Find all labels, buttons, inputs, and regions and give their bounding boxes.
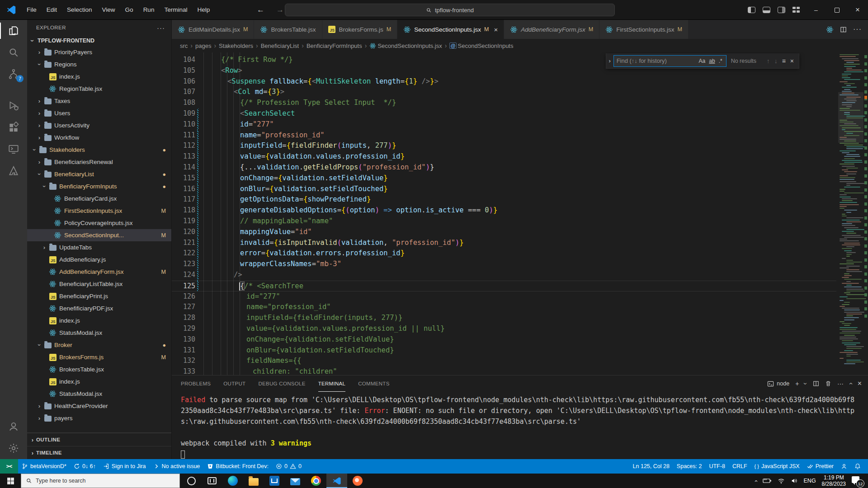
- maximize-button[interactable]: [826, 0, 847, 20]
- tree-item-payers[interactable]: ›payers: [27, 412, 171, 424]
- panel-tab-comments[interactable]: COMMENTS: [358, 375, 389, 392]
- menu-selection[interactable]: Selection: [62, 4, 97, 16]
- code-line-110[interactable]: 110id="277": [172, 119, 836, 130]
- status-cursor-position[interactable]: Ln 125, Col 28: [629, 459, 673, 474]
- status-notifications[interactable]: [851, 459, 864, 474]
- taskbar-app-vscode-icon[interactable]: [326, 474, 347, 488]
- language-indicator[interactable]: ENG: [804, 478, 816, 484]
- tree-item-beneficiarylisttable.jsx[interactable]: BeneficiaryListTable.jsx: [27, 278, 171, 290]
- breadcrumb-item-beneficiarylist[interactable]: BeneficiaryList: [261, 42, 299, 49]
- activity-search-icon[interactable]: [0, 42, 27, 63]
- tab-editmaindetails.jsx[interactable]: EditMainDetails.jsxM: [172, 20, 254, 39]
- panel-tab-debug-console[interactable]: DEBUG CONSOLE: [258, 375, 305, 392]
- battery-icon[interactable]: [763, 478, 772, 483]
- status-indentation[interactable]: Spaces: 2: [673, 459, 706, 474]
- tab-brokerstable.jsx[interactable]: BrokersTable.jsx: [254, 20, 322, 39]
- find-input[interactable]: [617, 57, 697, 64]
- tree-item-healthcareprovider[interactable]: ›HealthCareProvider: [27, 400, 171, 412]
- more-actions-icon[interactable]: ···: [853, 25, 862, 33]
- menu-help[interactable]: Help: [192, 4, 215, 16]
- tree-item-benefificiarypdf.jsx[interactable]: BenefificiaryPDF.jsx: [27, 302, 171, 314]
- code-line-132[interactable]: 132fieldNames={{: [172, 356, 836, 366]
- code-line-124[interactable]: 124/>: [172, 270, 836, 281]
- tree-item-regions[interactable]: ›Regions: [27, 58, 171, 70]
- tree-item-taxes[interactable]: ›Taxes: [27, 95, 171, 107]
- code-line-114[interactable]: 114{...validation.getFieldProps("profess…: [172, 162, 836, 173]
- show-hidden-icons-chevron[interactable]: ›: [752, 480, 759, 482]
- action-center-icon[interactable]: 12: [852, 475, 863, 486]
- toggle-replace-icon[interactable]: ›: [606, 53, 613, 68]
- activity-settings-icon[interactable]: [0, 437, 27, 459]
- code-line-131[interactable]: 131onBlur={validation.setFieldTouched}: [172, 345, 836, 356]
- tree-item-prioritypayers[interactable]: ›PriorityPayers: [27, 46, 171, 58]
- activity-explorer-icon[interactable]: [0, 20, 27, 42]
- tree-item-secondsectioninput...[interactable]: SecondSectionInput...M: [27, 229, 171, 241]
- status-encoding[interactable]: UTF-8: [705, 459, 728, 474]
- tab-addbeneficiaryform.jsx[interactable]: AddBeneficiaryForm.jsxM: [504, 20, 599, 39]
- clock[interactable]: 1:19 PM 8/28/2023: [822, 474, 846, 487]
- tree-item-beneficiarylist[interactable]: ›BeneficiaryList●: [27, 168, 171, 180]
- find-in-selection-icon[interactable]: ≡: [780, 57, 788, 65]
- menu-run[interactable]: Run: [138, 4, 160, 16]
- tree-item-benficiaryforminputs[interactable]: ›BenficiaryFormInputs●: [27, 180, 171, 192]
- minimap[interactable]: [838, 52, 863, 375]
- new-terminal-icon[interactable]: +: [795, 380, 799, 387]
- taskbar-app-store-icon[interactable]: [264, 474, 285, 488]
- status-sync-changes[interactable]: 0↓ 6↑: [70, 459, 99, 474]
- whole-word-icon[interactable]: ab: [707, 58, 717, 64]
- section-timeline[interactable]: ›TIMELINE: [27, 446, 171, 459]
- breadcrumb-item-secondsectioninputs.jsx[interactable]: SecondSectionInputs.jsx: [369, 42, 442, 49]
- close-panel-icon[interactable]: ×: [858, 380, 862, 388]
- taskbar-app-chrome-icon[interactable]: [306, 474, 326, 488]
- code-line-112[interactable]: 112inputField={fieldFinder(inputs, 277)}: [172, 141, 836, 151]
- terminal-output[interactable]: Failed to parse source map from 'C:\User…: [172, 392, 868, 459]
- tree-item-firstsectioninputs.jsx[interactable]: FirstSectionInputs.jsxM: [27, 205, 171, 217]
- code-line-116[interactable]: 116onBlur={validation.setFieldTouched}: [172, 184, 836, 195]
- close-tab-icon[interactable]: ×: [494, 26, 498, 33]
- tree-item-beneficiaryprint.js[interactable]: JSBeneficiaryPrint.js: [27, 290, 171, 302]
- tab-firstsectioninputs.jsx[interactable]: FirstSectionInputs.jsxM: [599, 20, 689, 39]
- activity-remote-explorer-icon[interactable]: [0, 138, 27, 160]
- tree-item-brokersforms.js[interactable]: JSBrokersForms.jsM: [27, 351, 171, 363]
- overview-ruler[interactable]: [863, 52, 868, 375]
- tree-item-beneficiarycard.jsx[interactable]: BeneficiaryCard.jsx: [27, 192, 171, 205]
- status-bitbucket[interactable]: Bitbucket: Front Dev:: [203, 459, 272, 474]
- breadcrumb-item-pages[interactable]: pages: [195, 42, 211, 49]
- status-feedback[interactable]: [837, 459, 851, 474]
- terminal-shell-selector[interactable]: node: [767, 380, 789, 387]
- status-git-branch[interactable]: betaVersionD*: [18, 459, 70, 474]
- react-icon[interactable]: [826, 26, 834, 33]
- taskbar-app-cortana-icon[interactable]: [181, 474, 202, 488]
- tab-brokersforms.js[interactable]: JSBrokersForms.jsM: [322, 20, 398, 39]
- toggle-sidebar-icon[interactable]: [748, 7, 755, 13]
- split-editor-icon[interactable]: [840, 26, 847, 33]
- tree-item-workflow[interactable]: ›Workflow: [27, 131, 171, 144]
- split-terminal-icon[interactable]: [813, 380, 819, 387]
- start-button[interactable]: [0, 474, 21, 488]
- tree-item-statusmodal.jsx[interactable]: StatusModal.jsx: [27, 327, 171, 339]
- tree-item-updatetabs[interactable]: ›UpdateTabs: [27, 241, 171, 253]
- minimize-button[interactable]: –: [806, 0, 826, 20]
- remote-indicator[interactable]: ><: [0, 459, 18, 474]
- code-line-113[interactable]: 113value={validation.values.profession_i…: [172, 151, 836, 162]
- code-line-119[interactable]: 119// mappingLabel="name": [172, 216, 836, 227]
- tree-item-usersactivity[interactable]: ›UsersActivity: [27, 119, 171, 131]
- previous-match-icon[interactable]: ↑: [764, 57, 772, 65]
- tree-item-brokerstable.jsx[interactable]: BrokersTable.jsx: [27, 363, 171, 375]
- activity-extensions-icon[interactable]: [0, 117, 27, 138]
- code-line-109[interactable]: 109<SearchSelect: [172, 108, 836, 119]
- code-line-133[interactable]: 133children: "children": [172, 366, 836, 375]
- customize-layout-icon[interactable]: [793, 7, 800, 13]
- code-line-123[interactable]: 123wrapperClassNames="mb-3": [172, 259, 836, 270]
- regex-icon[interactable]: .*: [717, 58, 724, 64]
- code-line-106[interactable]: 106<Suspense fallback={<MultiSkeleton le…: [172, 76, 836, 87]
- panel-tab-terminal[interactable]: TERMINAL: [318, 375, 346, 392]
- code-line-129[interactable]: 129value={validation.values.profession_i…: [172, 324, 836, 334]
- tree-item-index.js[interactable]: JSindex.js: [27, 314, 171, 327]
- wifi-icon[interactable]: [778, 478, 785, 484]
- section-outline[interactable]: ›OUTLINE: [27, 433, 171, 446]
- code-editor[interactable]: 104{/* First Row */}105<Row>106<Suspense…: [172, 52, 868, 375]
- tree-item-regiontable.jsx[interactable]: RegionTable.jsx: [27, 83, 171, 95]
- tree-item-stakeholders[interactable]: ›Stakeholders●: [27, 144, 171, 156]
- tab-secondsectioninputs.jsx[interactable]: SecondSectionInputs.jsxM×: [397, 20, 504, 39]
